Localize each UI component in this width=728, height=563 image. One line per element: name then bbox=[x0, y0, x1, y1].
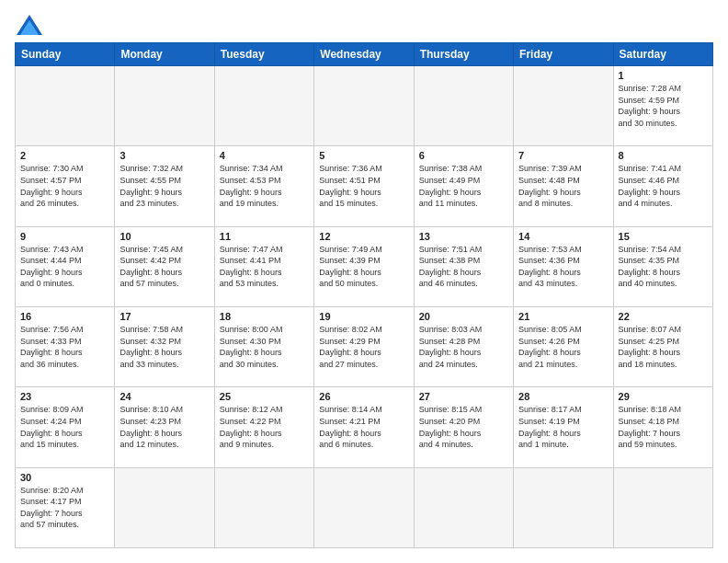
day-number: 20 bbox=[419, 311, 508, 322]
week-row-1: 2Sunrise: 7:30 AM Sunset: 4:57 PM Daylig… bbox=[16, 146, 713, 226]
day-info: Sunrise: 7:54 AM Sunset: 4:35 PM Dayligh… bbox=[619, 244, 708, 290]
day-info: Sunrise: 7:41 AM Sunset: 4:46 PM Dayligh… bbox=[619, 163, 708, 209]
day-info: Sunrise: 8:09 AM Sunset: 4:24 PM Dayligh… bbox=[20, 404, 109, 450]
day-number: 23 bbox=[20, 391, 109, 402]
header bbox=[15, 15, 713, 33]
calendar-table: Sunday Monday Tuesday Wednesday Thursday… bbox=[15, 42, 713, 548]
day-number: 7 bbox=[518, 150, 608, 161]
day-info: Sunrise: 7:56 AM Sunset: 4:33 PM Dayligh… bbox=[20, 324, 109, 370]
day-info: Sunrise: 8:10 AM Sunset: 4:23 PM Dayligh… bbox=[119, 404, 209, 450]
day-info: Sunrise: 8:03 AM Sunset: 4:28 PM Dayligh… bbox=[419, 324, 508, 370]
day-number: 8 bbox=[619, 150, 708, 161]
day-number: 9 bbox=[20, 231, 109, 242]
day-number: 24 bbox=[119, 391, 209, 402]
day-number: 15 bbox=[619, 231, 708, 242]
day-cell bbox=[514, 66, 613, 146]
day-info: Sunrise: 8:07 AM Sunset: 4:25 PM Dayligh… bbox=[619, 324, 708, 370]
day-info: Sunrise: 7:38 AM Sunset: 4:49 PM Dayligh… bbox=[419, 163, 508, 209]
col-wednesday: Wednesday bbox=[314, 43, 414, 66]
day-cell bbox=[414, 66, 513, 146]
day-info: Sunrise: 8:18 AM Sunset: 4:18 PM Dayligh… bbox=[619, 404, 708, 450]
day-info: Sunrise: 8:05 AM Sunset: 4:26 PM Dayligh… bbox=[518, 324, 608, 370]
col-saturday: Saturday bbox=[613, 43, 712, 66]
day-cell: 16Sunrise: 7:56 AM Sunset: 4:33 PM Dayli… bbox=[16, 306, 115, 386]
day-number: 16 bbox=[20, 311, 109, 322]
day-info: Sunrise: 7:45 AM Sunset: 4:42 PM Dayligh… bbox=[119, 244, 209, 290]
day-cell: 15Sunrise: 7:54 AM Sunset: 4:35 PM Dayli… bbox=[613, 226, 712, 306]
day-cell bbox=[16, 66, 115, 146]
day-number: 14 bbox=[518, 231, 608, 242]
day-cell: 27Sunrise: 8:15 AM Sunset: 4:20 PM Dayli… bbox=[414, 387, 513, 467]
day-cell bbox=[314, 467, 414, 547]
day-number: 19 bbox=[319, 311, 408, 322]
day-cell: 24Sunrise: 8:10 AM Sunset: 4:23 PM Dayli… bbox=[115, 387, 214, 467]
day-number: 30 bbox=[20, 472, 109, 483]
day-number: 3 bbox=[119, 150, 209, 161]
day-cell bbox=[115, 66, 214, 146]
week-row-4: 23Sunrise: 8:09 AM Sunset: 4:24 PM Dayli… bbox=[16, 387, 713, 467]
day-number: 21 bbox=[518, 311, 608, 322]
day-cell bbox=[214, 467, 313, 547]
day-cell: 30Sunrise: 8:20 AM Sunset: 4:17 PM Dayli… bbox=[16, 467, 115, 547]
day-cell: 6Sunrise: 7:38 AM Sunset: 4:49 PM Daylig… bbox=[414, 146, 513, 226]
day-info: Sunrise: 7:34 AM Sunset: 4:53 PM Dayligh… bbox=[220, 163, 309, 209]
day-number: 2 bbox=[20, 150, 109, 161]
col-sunday: Sunday bbox=[16, 43, 115, 66]
day-number: 6 bbox=[419, 150, 508, 161]
page: Sunday Monday Tuesday Wednesday Thursday… bbox=[0, 0, 728, 563]
day-number: 13 bbox=[419, 231, 508, 242]
day-cell: 8Sunrise: 7:41 AM Sunset: 4:46 PM Daylig… bbox=[613, 146, 712, 226]
day-number: 17 bbox=[119, 311, 209, 322]
day-cell: 20Sunrise: 8:03 AM Sunset: 4:28 PM Dayli… bbox=[414, 306, 513, 386]
day-cell: 2Sunrise: 7:30 AM Sunset: 4:57 PM Daylig… bbox=[16, 146, 115, 226]
week-row-5: 30Sunrise: 8:20 AM Sunset: 4:17 PM Dayli… bbox=[16, 467, 713, 547]
day-cell bbox=[214, 66, 313, 146]
day-cell: 7Sunrise: 7:39 AM Sunset: 4:48 PM Daylig… bbox=[514, 146, 613, 226]
logo-icon bbox=[17, 15, 42, 35]
day-cell bbox=[314, 66, 414, 146]
col-thursday: Thursday bbox=[414, 43, 513, 66]
day-info: Sunrise: 7:53 AM Sunset: 4:36 PM Dayligh… bbox=[518, 244, 608, 290]
day-cell bbox=[613, 467, 712, 547]
day-info: Sunrise: 8:14 AM Sunset: 4:21 PM Dayligh… bbox=[319, 404, 408, 450]
day-cell: 26Sunrise: 8:14 AM Sunset: 4:21 PM Dayli… bbox=[314, 387, 414, 467]
day-cell bbox=[414, 467, 513, 547]
col-tuesday: Tuesday bbox=[214, 43, 313, 66]
day-info: Sunrise: 7:30 AM Sunset: 4:57 PM Dayligh… bbox=[20, 163, 109, 209]
header-row: Sunday Monday Tuesday Wednesday Thursday… bbox=[16, 43, 713, 66]
day-info: Sunrise: 7:39 AM Sunset: 4:48 PM Dayligh… bbox=[518, 163, 608, 209]
day-cell: 9Sunrise: 7:43 AM Sunset: 4:44 PM Daylig… bbox=[16, 226, 115, 306]
day-cell: 22Sunrise: 8:07 AM Sunset: 4:25 PM Dayli… bbox=[613, 306, 712, 386]
logo-text bbox=[15, 15, 42, 35]
day-cell: 28Sunrise: 8:17 AM Sunset: 4:19 PM Dayli… bbox=[514, 387, 613, 467]
day-cell bbox=[115, 467, 214, 547]
logo bbox=[15, 15, 42, 33]
day-number: 22 bbox=[619, 311, 708, 322]
day-cell: 18Sunrise: 8:00 AM Sunset: 4:30 PM Dayli… bbox=[214, 306, 313, 386]
day-info: Sunrise: 7:43 AM Sunset: 4:44 PM Dayligh… bbox=[20, 244, 109, 290]
day-info: Sunrise: 8:02 AM Sunset: 4:29 PM Dayligh… bbox=[319, 324, 408, 370]
day-info: Sunrise: 8:17 AM Sunset: 4:19 PM Dayligh… bbox=[518, 404, 608, 450]
col-monday: Monday bbox=[115, 43, 214, 66]
day-info: Sunrise: 7:47 AM Sunset: 4:41 PM Dayligh… bbox=[220, 244, 309, 290]
day-cell bbox=[514, 467, 613, 547]
day-info: Sunrise: 7:58 AM Sunset: 4:32 PM Dayligh… bbox=[119, 324, 209, 370]
day-info: Sunrise: 7:28 AM Sunset: 4:59 PM Dayligh… bbox=[619, 83, 708, 129]
day-number: 18 bbox=[220, 311, 309, 322]
day-number: 11 bbox=[220, 231, 309, 242]
day-cell: 17Sunrise: 7:58 AM Sunset: 4:32 PM Dayli… bbox=[115, 306, 214, 386]
day-cell: 12Sunrise: 7:49 AM Sunset: 4:39 PM Dayli… bbox=[314, 226, 414, 306]
day-cell: 11Sunrise: 7:47 AM Sunset: 4:41 PM Dayli… bbox=[214, 226, 313, 306]
day-cell: 19Sunrise: 8:02 AM Sunset: 4:29 PM Dayli… bbox=[314, 306, 414, 386]
day-cell: 13Sunrise: 7:51 AM Sunset: 4:38 PM Dayli… bbox=[414, 226, 513, 306]
day-info: Sunrise: 7:36 AM Sunset: 4:51 PM Dayligh… bbox=[319, 163, 408, 209]
day-number: 27 bbox=[419, 391, 508, 402]
day-info: Sunrise: 8:00 AM Sunset: 4:30 PM Dayligh… bbox=[220, 324, 309, 370]
day-cell: 3Sunrise: 7:32 AM Sunset: 4:55 PM Daylig… bbox=[115, 146, 214, 226]
day-cell: 14Sunrise: 7:53 AM Sunset: 4:36 PM Dayli… bbox=[514, 226, 613, 306]
day-info: Sunrise: 7:49 AM Sunset: 4:39 PM Dayligh… bbox=[319, 244, 408, 290]
day-number: 10 bbox=[119, 231, 209, 242]
day-cell: 21Sunrise: 8:05 AM Sunset: 4:26 PM Dayli… bbox=[514, 306, 613, 386]
day-info: Sunrise: 8:15 AM Sunset: 4:20 PM Dayligh… bbox=[419, 404, 508, 450]
week-row-0: 1Sunrise: 7:28 AM Sunset: 4:59 PM Daylig… bbox=[16, 66, 713, 146]
